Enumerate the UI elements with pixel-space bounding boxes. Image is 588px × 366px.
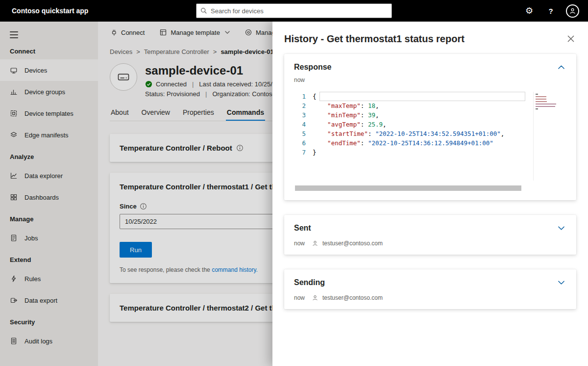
chevron-down-icon — [558, 281, 564, 285]
app-title[interactable]: Contoso quickstart app — [12, 0, 88, 22]
code-line: 3 "minTemp": 39, — [294, 110, 525, 120]
panel-header: History - Get thermostat1 status report — [272, 22, 588, 52]
sent-meta: now testuser@contoso.com — [294, 240, 566, 247]
sending-card: Sending now testuser@contoso.com — [284, 269, 576, 309]
line-number: 7 — [294, 148, 313, 157]
expand-sent-button[interactable] — [556, 223, 566, 234]
horizontal-scrollbar[interactable] — [295, 185, 521, 191]
code-line: 7} — [294, 148, 525, 157]
sent-title: Sent — [294, 224, 311, 233]
search-input[interactable] — [211, 7, 388, 15]
sending-header: Sending — [294, 277, 566, 288]
sent-card: Sent now testuser@contoso.com — [284, 215, 576, 255]
gear-icon: ⚙ — [525, 6, 533, 15]
chevron-up-icon — [558, 65, 564, 69]
topbar: Contoso quickstart app ⚙ ? — [0, 0, 588, 22]
code-line: 1{ — [294, 92, 525, 101]
help-icon: ? — [548, 7, 553, 15]
account-button[interactable] — [562, 0, 583, 22]
code-lines: 1{2 "maxTemp": 18,3 "minTemp": 39,4 "avg… — [294, 90, 525, 157]
topbar-actions: ⚙ ? — [518, 0, 583, 22]
person-icon — [312, 294, 318, 301]
close-button[interactable] — [564, 31, 578, 46]
code-line: 2 "maxTemp": 18, — [294, 101, 525, 110]
sent-header: Sent — [294, 223, 566, 234]
line-number: 1 — [294, 92, 313, 101]
help-button[interactable]: ? — [540, 0, 562, 22]
person-icon — [312, 240, 318, 247]
code-line: 4 "avgTemp": 25.9, — [294, 120, 525, 129]
search-box[interactable] — [196, 3, 392, 18]
avatar — [566, 4, 579, 18]
close-icon — [567, 35, 574, 42]
response-title: Response — [294, 63, 331, 72]
line-number: 3 — [294, 110, 313, 120]
sent-timestamp: now — [294, 240, 305, 247]
collapse-response-button[interactable] — [556, 62, 566, 73]
json-code-editor[interactable]: 1{2 "maxTemp": 18,3 "minTemp": 39,4 "avg… — [294, 90, 566, 192]
panel-body: Response now 1{2 "maxTemp": 18,3 "minTem… — [272, 52, 588, 321]
chevron-down-icon — [558, 226, 564, 230]
sending-user: testuser@contoso.com — [322, 294, 383, 301]
sent-user: testuser@contoso.com — [322, 240, 383, 247]
response-card: Response now 1{2 "maxTemp": 18,3 "minTem… — [284, 54, 576, 200]
panel-title: History - Get thermostat1 status report — [284, 33, 465, 45]
sending-title: Sending — [294, 278, 325, 287]
expand-sending-button[interactable] — [556, 277, 566, 288]
response-timestamp: now — [294, 77, 566, 83]
line-number: 5 — [294, 129, 313, 138]
line-number: 4 — [294, 120, 313, 129]
code-line: 5 "startTime": "2022-10-25T14:34:52.5943… — [294, 129, 525, 138]
sending-meta: now testuser@contoso.com — [294, 294, 566, 301]
search-icon — [200, 7, 207, 14]
minimap[interactable] — [533, 92, 564, 181]
history-panel: History - Get thermostat1 status report … — [272, 22, 588, 366]
sending-timestamp: now — [294, 294, 305, 301]
scrollbar-thumb[interactable] — [295, 185, 521, 191]
code-line: 6 "endTime": "2022-10-25T14:36:12.594849… — [294, 138, 525, 148]
response-header: Response — [294, 62, 566, 73]
settings-button[interactable]: ⚙ — [518, 0, 540, 22]
line-number: 2 — [294, 101, 313, 110]
line-number: 6 — [294, 138, 313, 148]
